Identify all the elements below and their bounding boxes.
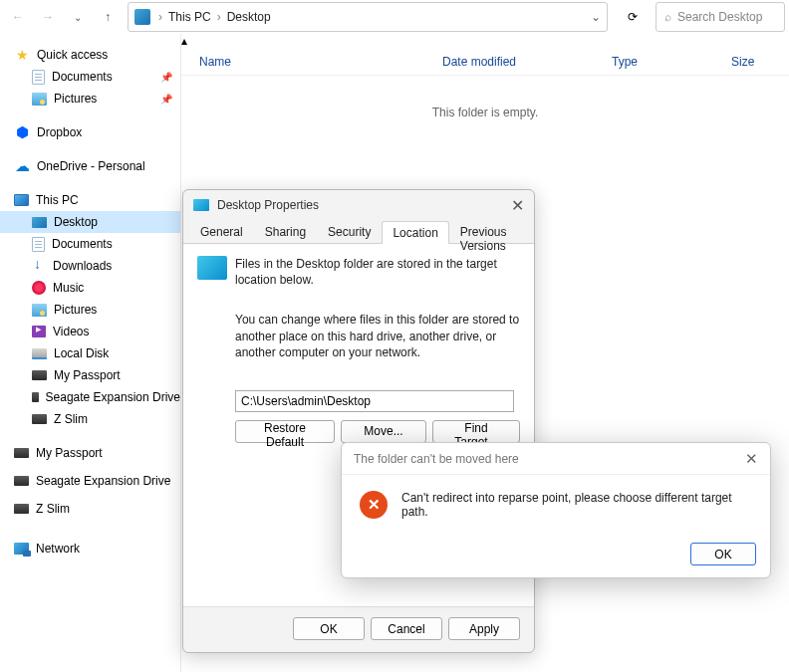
nav-back-button[interactable]: ← — [4, 3, 32, 31]
location-path-input[interactable] — [235, 390, 514, 412]
sidebar-item-label: Network — [36, 542, 80, 556]
sidebar-this-pc[interactable]: This PC — [0, 189, 180, 211]
sidebar-item-label: Quick access — [37, 48, 108, 62]
tab-sharing[interactable]: Sharing — [254, 220, 317, 243]
error-ok-button[interactable]: OK — [690, 543, 756, 565]
sidebar-drive-z-slim[interactable]: Z Slim — [0, 498, 180, 520]
sidebar-item-local-disk[interactable]: Local Disk — [0, 342, 180, 364]
drive-icon — [32, 370, 47, 380]
sidebar-item-desktop[interactable]: Desktop — [0, 211, 180, 233]
sidebar-dropbox[interactable]: Dropbox — [0, 121, 180, 143]
dialog-tabs: GeneralSharingSecurityLocationPrevious V… — [183, 220, 534, 244]
breadcrumb-item[interactable]: Desktop — [223, 10, 275, 24]
sidebar-item-pictures[interactable]: Pictures📌 — [0, 88, 180, 110]
nav-forward-button[interactable]: → — [34, 3, 62, 31]
restore-default-button[interactable]: Restore Default — [235, 420, 335, 443]
error-icon: ✕ — [360, 491, 388, 519]
chevron-right-icon: › — [215, 10, 223, 24]
dialog-footer: OK Cancel Apply — [183, 606, 534, 650]
properties-dialog: Desktop Properties ✕ GeneralSharingSecur… — [182, 189, 535, 653]
pic-icon — [32, 304, 47, 317]
column-headers: Name Date modified Type Size — [181, 48, 789, 76]
sidebar-item-label: Seagate Expansion Drive — [46, 390, 180, 404]
folder-icon — [134, 9, 150, 25]
sidebar-item-downloads[interactable]: Downloads — [0, 255, 180, 277]
star-icon — [14, 47, 30, 63]
close-button[interactable]: ✕ — [745, 450, 758, 468]
sidebar-drive-my-passport[interactable]: My Passport — [0, 442, 180, 464]
tab-security[interactable]: Security — [317, 220, 382, 243]
sidebar-item-label: Pictures — [54, 92, 97, 106]
sidebar-item-label: Z Slim — [36, 502, 70, 516]
pc-icon — [14, 194, 29, 206]
sidebar-item-seagate-expansion-drive[interactable]: Seagate Expansion Drive — [0, 386, 180, 408]
sidebar-item-label: Downloads — [53, 259, 112, 273]
column-header-size[interactable]: Size — [731, 55, 789, 69]
sidebar-item-label: Documents — [52, 237, 113, 251]
drive-icon — [32, 414, 47, 424]
documents-icon — [32, 70, 45, 85]
sidebar-item-label: OneDrive - Personal — [37, 159, 145, 173]
sidebar-item-label: This PC — [36, 193, 79, 207]
dropbox-icon — [14, 124, 30, 140]
tab-previous-versions[interactable]: Previous Versions — [449, 220, 534, 243]
sidebar-item-documents[interactable]: Documents — [0, 233, 180, 255]
doc-icon — [32, 237, 45, 252]
search-icon: ⌕ — [664, 10, 671, 24]
sidebar-item-videos[interactable]: Videos — [0, 321, 180, 342]
search-placeholder: Search Desktop — [677, 10, 762, 24]
drive-icon — [14, 476, 29, 486]
cancel-button[interactable]: Cancel — [371, 617, 442, 640]
sidebar-onedrive[interactable]: OneDrive - Personal — [0, 155, 180, 177]
sidebar-item-documents[interactable]: Documents📌 — [0, 66, 180, 88]
move-button[interactable]: Move... — [341, 420, 426, 443]
onedrive-icon — [14, 158, 30, 174]
empty-folder-message: This folder is empty. — [181, 106, 789, 119]
music-icon — [32, 281, 46, 295]
ok-button[interactable]: OK — [293, 617, 365, 640]
video-icon — [32, 326, 46, 337]
close-button[interactable]: ✕ — [511, 196, 524, 215]
nav-recent-button[interactable]: ⌄ — [64, 3, 92, 31]
find-target-button[interactable]: Find Target... — [432, 420, 520, 443]
tab-location[interactable]: Location — [382, 221, 448, 244]
column-header-name[interactable]: Name — [199, 55, 442, 69]
pin-icon: 📌 — [160, 72, 172, 83]
sidebar-item-my-passport[interactable]: My Passport — [0, 364, 180, 386]
address-bar[interactable]: › This PC › Desktop ⌄ — [128, 2, 608, 32]
pin-icon: 📌 — [160, 94, 172, 105]
sidebar-network[interactable]: Network — [0, 538, 180, 560]
drive-icon — [14, 448, 29, 458]
apply-button[interactable]: Apply — [448, 617, 520, 640]
sidebar-item-label: Seagate Expansion Drive — [36, 474, 170, 488]
sidebar-quick-access[interactable]: Quick access — [0, 44, 180, 66]
tab-general[interactable]: General — [189, 220, 254, 243]
drive-icon — [14, 504, 29, 514]
disk-icon — [32, 348, 47, 359]
breadcrumb-item[interactable]: This PC — [164, 10, 215, 24]
desktop-icon — [32, 217, 47, 228]
chevron-right-icon: › — [156, 10, 164, 24]
sidebar-item-z-slim[interactable]: Z Slim — [0, 408, 180, 430]
sidebar-item-music[interactable]: Music — [0, 277, 180, 299]
nav-up-button[interactable]: ↑ — [94, 3, 122, 31]
desktop-large-icon — [197, 256, 227, 280]
column-header-type[interactable]: Type — [612, 55, 731, 69]
refresh-button[interactable]: ⟳ — [616, 2, 650, 32]
sidebar-item-label: Local Disk — [54, 346, 109, 360]
pictures-icon — [32, 93, 47, 106]
error-dialog: The folder can't be moved here ✕ ✕ Can't… — [341, 442, 771, 578]
search-input[interactable]: ⌕ Search Desktop — [656, 2, 785, 32]
error-title: The folder can't be moved here — [354, 452, 519, 466]
sort-indicator-icon: ▴ — [181, 34, 187, 48]
location-description-1: Files in the Desktop folder are stored i… — [235, 256, 520, 288]
column-header-date[interactable]: Date modified — [442, 55, 612, 69]
sidebar-item-pictures[interactable]: Pictures — [0, 299, 180, 321]
sidebar-item-label: Dropbox — [37, 125, 82, 139]
sidebar-item-label: My Passport — [54, 368, 121, 382]
drive-icon — [32, 392, 39, 402]
chevron-down-icon[interactable]: ⌄ — [591, 10, 601, 24]
sidebar-drive-seagate-expansion-drive[interactable]: Seagate Expansion Drive — [0, 470, 180, 492]
dialog-title: Desktop Properties — [217, 198, 319, 212]
sidebar: Quick access Documents📌 Pictures📌 Dropbo… — [0, 34, 181, 672]
